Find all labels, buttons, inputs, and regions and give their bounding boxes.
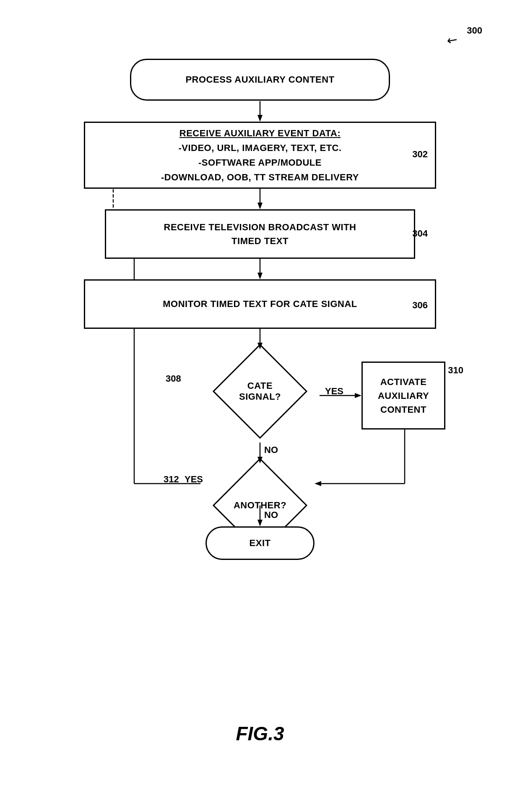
yes-label-312: YES [185, 474, 203, 485]
decision-308-label: CATE SIGNAL? [226, 380, 294, 402]
step-302-line4: -DOWNLOAD, OOB, TT STREAM DELIVERY [161, 170, 359, 185]
step-304-node: RECEIVE TELEVISION BROADCAST WITH TIMED … [105, 209, 415, 259]
ref-300: 300 [467, 25, 482, 36]
ref-300-arrow: ↗ [443, 32, 460, 50]
step-310-line3: CONTENT [380, 403, 426, 416]
step-302-line1: RECEIVE AUXILIARY EVENT DATA: [179, 126, 341, 141]
ref-310: 310 [448, 365, 463, 376]
step-302-line2: -VIDEO, URL, IMAGERY, TEXT, ETC. [178, 141, 341, 155]
no-label-308: NO [264, 445, 278, 455]
start-node: PROCESS AUXILIARY CONTENT [130, 59, 390, 101]
step-302-line3: -SOFTWARE APP/MODULE [198, 155, 322, 170]
svg-marker-9 [355, 393, 361, 398]
step-306-label: MONITOR TIMED TEXT FOR CATE SIGNAL [163, 299, 357, 310]
ref-306: 306 [412, 300, 428, 311]
decision-308-node: CATE SIGNAL? [218, 349, 302, 433]
svg-marker-5 [257, 273, 263, 279]
ref-304: 304 [412, 228, 428, 239]
step-306-node: MONITOR TIMED TEXT FOR CATE SIGNAL [84, 279, 436, 329]
step-310-node: ACTIVATE AUXILIARY CONTENT [361, 362, 445, 429]
step-304-line1: RECEIVE TELEVISION BROADCAST WITH [164, 220, 356, 234]
ref-302: 302 [412, 149, 428, 160]
yes-label-308: YES [325, 386, 343, 397]
svg-marker-3 [257, 203, 263, 209]
step-302-node: RECEIVE AUXILIARY EVENT DATA: -VIDEO, UR… [84, 122, 436, 189]
svg-marker-23 [315, 481, 321, 486]
step-304-line2: TIMED TEXT [231, 234, 289, 248]
step-310-line1: ACTIVATE [380, 375, 427, 389]
figure-label: FIG.3 [236, 722, 284, 745]
step-310-line2: AUXILIARY [378, 389, 429, 403]
exit-label: EXIT [250, 538, 271, 549]
decision-312-label: ANOTHER? [226, 500, 294, 511]
exit-node: EXIT [205, 526, 315, 560]
ref-312: 312 [164, 474, 179, 485]
ref-308: 308 [166, 373, 181, 384]
flowchart-diagram: 300 ↗ PROCESS AUXILIARY CONTENT RECEIVE … [0, 0, 520, 770]
start-label: PROCESS AUXILIARY CONTENT [185, 74, 334, 85]
no-label-312: NO [264, 510, 278, 521]
svg-marker-1 [257, 115, 263, 122]
